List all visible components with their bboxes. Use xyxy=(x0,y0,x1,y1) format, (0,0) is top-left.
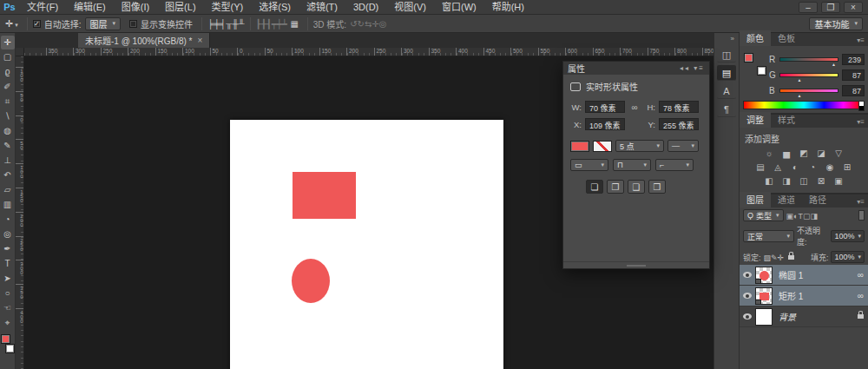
dodge-tool[interactable]: ◎ xyxy=(1,227,15,241)
channel-slider[interactable]: ▲ xyxy=(779,57,838,62)
filter-shape-layers-icon[interactable]: ▢ xyxy=(803,212,811,221)
exposure-icon[interactable]: ◪ xyxy=(814,148,828,160)
layer-thumbnail[interactable] xyxy=(755,287,773,305)
healing-brush-tool[interactable]: ◍ xyxy=(1,124,15,138)
visibility-eye-icon[interactable] xyxy=(743,293,752,299)
expand-dock-icon[interactable]: » xyxy=(714,33,739,44)
lasso-tool[interactable]: ϱ xyxy=(1,65,15,79)
vibrance-icon[interactable]: ▽ xyxy=(832,148,845,160)
y-field[interactable]: 255 像素 xyxy=(659,118,699,130)
document-canvas[interactable] xyxy=(230,120,503,369)
close-button[interactable]: × xyxy=(844,2,863,13)
rectangular-marquee-tool[interactable]: ▢ xyxy=(1,50,15,64)
menu-item-6[interactable]: 滤镜(T) xyxy=(299,2,345,12)
path-selection-tool[interactable]: ➤ xyxy=(1,272,15,286)
stroke-alignment-dropdown[interactable]: ▭▾ xyxy=(570,159,608,171)
menu-item-2[interactable]: 图像(I) xyxy=(114,2,157,12)
pen-tool[interactable]: ✒ xyxy=(1,242,15,256)
panel-resize-edge[interactable] xyxy=(563,261,709,268)
ellipse-tool[interactable]: ○ xyxy=(1,287,15,300)
stroke-style-dropdown[interactable]: —▾ xyxy=(667,140,699,152)
stroke-width-dropdown[interactable]: 5 点▾ xyxy=(615,140,664,152)
auto-select-checkbox[interactable]: ✓ xyxy=(33,20,41,28)
curves-icon[interactable]: ◩ xyxy=(797,148,811,160)
x-field[interactable]: 109 像素 xyxy=(585,118,625,130)
panel-menu-icon[interactable]: ▾≡ xyxy=(853,198,868,208)
character-panel-icon[interactable]: A xyxy=(717,83,736,99)
3d-roll-button[interactable]: ↻ xyxy=(358,19,365,29)
width-field[interactable]: 70 像素 xyxy=(585,101,625,113)
foreground-color-swatch[interactable] xyxy=(1,334,10,344)
threshold-icon[interactable]: ◫ xyxy=(797,175,811,188)
tab-paths[interactable]: 路径 xyxy=(802,192,833,208)
color-lookup-icon[interactable]: ⊞ xyxy=(840,161,854,174)
height-field[interactable]: 78 像素 xyxy=(659,101,699,113)
current-tool-icon[interactable]: ✛▾ xyxy=(0,18,22,30)
selective-color-icon[interactable]: ▣ xyxy=(832,175,845,188)
layer-name[interactable]: 矩形 1 xyxy=(779,289,858,302)
levels-icon[interactable]: ▅ xyxy=(779,148,793,160)
channel-slider[interactable]: ▲ xyxy=(779,89,838,93)
3d-slide-button[interactable]: ✛ xyxy=(372,19,378,29)
type-tool[interactable]: T xyxy=(1,257,15,271)
photo-filter-icon[interactable]: ◔ xyxy=(806,161,819,174)
layer-name[interactable]: 椭圆 1 xyxy=(779,268,858,281)
quick-selection-tool[interactable]: ✐ xyxy=(1,80,15,94)
panel-menu-icon[interactable]: ▾≡ xyxy=(853,36,868,46)
3d-rotate-button[interactable]: ↺ xyxy=(350,19,357,29)
tab-swatches[interactable]: 色板 xyxy=(771,30,802,46)
exclude-overlapping-button[interactable]: ❒ xyxy=(648,180,666,194)
menu-item-10[interactable]: 帮助(H) xyxy=(484,2,532,12)
lock-all-button[interactable] xyxy=(786,253,796,261)
close-icon[interactable]: × xyxy=(198,36,203,45)
properties-panel-icon[interactable]: ▤ xyxy=(717,65,736,81)
paragraph-panel-icon[interactable]: ¶ xyxy=(717,102,736,117)
tab-adjustments[interactable]: 调整 xyxy=(740,112,771,128)
rectangle-shape[interactable] xyxy=(293,172,356,219)
panel-menu-icon[interactable]: ▾≡ xyxy=(853,118,868,128)
tab-color[interactable]: 颜色 xyxy=(740,30,771,46)
smudge-tool[interactable]: ◔ xyxy=(1,213,15,227)
auto-select-target-dropdown[interactable]: 图层▾ xyxy=(85,17,122,30)
filter-pixel-layers-icon[interactable]: ▣ xyxy=(786,212,794,221)
menu-item-0[interactable]: 文件(F) xyxy=(19,2,66,12)
properties-panel-header[interactable]: 属性 ◂◂ ▾≡ xyxy=(563,62,709,75)
align-bottom-button[interactable]: ╨ xyxy=(239,19,245,29)
layer-filter-toggle[interactable] xyxy=(858,210,865,221)
brush-tool[interactable]: ✎ xyxy=(1,139,15,153)
layer-row[interactable]: 椭圆 1∞ xyxy=(740,265,868,286)
restore-button[interactable]: ❐ xyxy=(821,2,840,13)
menu-item-4[interactable]: 类型(Y) xyxy=(204,2,252,12)
fill-color-swatch[interactable] xyxy=(570,141,589,152)
zoom-tool[interactable]: ⌖ xyxy=(1,316,15,330)
stroke-color-swatch[interactable] xyxy=(593,141,612,152)
lock-transparent-pixels-button[interactable]: ▨ xyxy=(764,254,772,262)
opacity-value[interactable]: 100%▾ xyxy=(831,230,865,242)
lock-image-pixels-button[interactable]: ✎ xyxy=(771,254,778,262)
black-white-icon[interactable]: ◐ xyxy=(788,161,802,174)
auto-align-layers-button[interactable]: ▦ xyxy=(287,19,302,29)
filter-smart-objects-icon[interactable]: ◨ xyxy=(811,212,819,221)
visibility-cell[interactable] xyxy=(740,293,755,299)
minimize-button[interactable]: – xyxy=(799,2,818,13)
color-balance-icon[interactable]: ◬ xyxy=(771,161,785,174)
subtract-front-shape-button[interactable]: ❐ xyxy=(607,180,624,194)
history-brush-tool[interactable]: ↶ xyxy=(1,168,15,182)
layer-name[interactable]: 背景 xyxy=(779,310,858,323)
3d-scale-button[interactable]: ◎ xyxy=(379,19,387,29)
layer-thumbnail[interactable] xyxy=(755,308,773,326)
hue-saturation-icon[interactable]: ▤ xyxy=(753,161,767,174)
eraser-tool[interactable]: ▱ xyxy=(1,183,15,197)
history-panel-icon[interactable]: ◫ xyxy=(717,47,736,63)
tab-channels[interactable]: 通道 xyxy=(771,192,802,208)
visibility-eye-icon[interactable] xyxy=(743,272,752,278)
brightness-contrast-icon[interactable]: ☼ xyxy=(762,148,776,160)
clone-stamp-tool[interactable]: ⊥ xyxy=(1,154,15,168)
color-spectrum-ramp[interactable] xyxy=(743,101,865,109)
menu-item-9[interactable]: 窗口(W) xyxy=(434,2,484,12)
slider-thumb-icon[interactable]: ▲ xyxy=(797,78,801,82)
layer-thumbnail[interactable] xyxy=(755,267,773,284)
channel-mixer-icon[interactable]: ◉ xyxy=(823,161,837,174)
channel-value[interactable]: 87 xyxy=(842,85,865,96)
channel-value[interactable]: 87 xyxy=(842,69,865,81)
